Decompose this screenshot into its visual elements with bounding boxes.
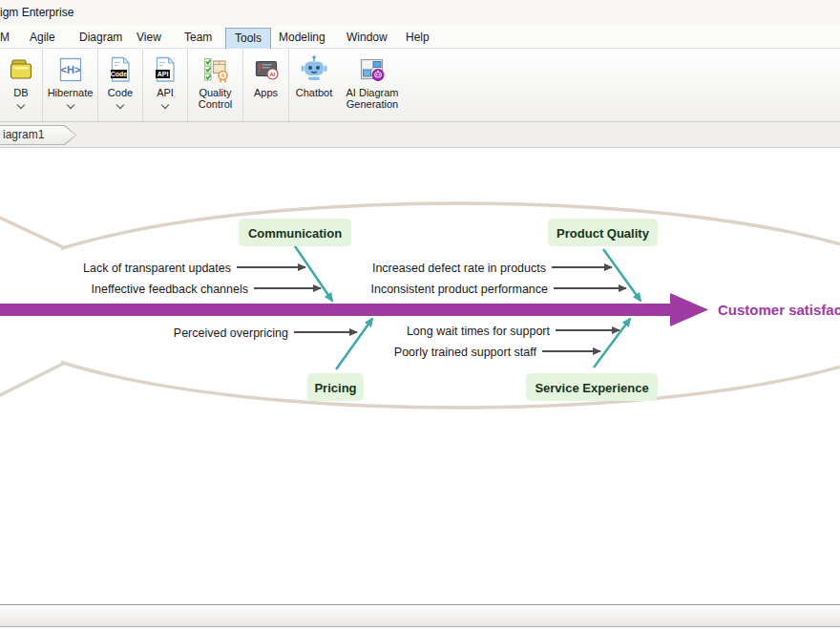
- menu-item-window[interactable]: Window: [338, 28, 396, 48]
- apps-icon: AI: [251, 54, 282, 85]
- toolbar-label: API: [157, 87, 174, 98]
- toolbar-label: DB: [13, 87, 28, 98]
- toolbar-label: Hibernate: [48, 87, 94, 98]
- svg-text:AI: AI: [269, 72, 275, 77]
- spine-arrowhead: [670, 293, 708, 326]
- window-title: igm Enterprise: [0, 6, 74, 19]
- category-label[interactable]: Service Experience: [535, 381, 648, 395]
- hibernate-icon: <H>: [55, 54, 86, 85]
- menu-item-modeling[interactable]: Modeling: [270, 28, 334, 48]
- cause-label[interactable]: Lack of transparent updates: [83, 262, 231, 275]
- cause-label[interactable]: Inconsistent product performance: [370, 283, 548, 296]
- toolbar-label: Chatbot: [296, 87, 333, 98]
- ai-diagram-generation-icon: [357, 54, 388, 85]
- bone[interactable]: [293, 243, 332, 301]
- diagram-canvas[interactable]: Customer satisfaction CommunicationLack …: [0, 148, 840, 604]
- cause-label[interactable]: Poorly trained support staff: [394, 346, 537, 359]
- toolbar: DB <H> Hibernate Code Code API: [0, 49, 840, 122]
- svg-text:<H>: <H>: [60, 64, 80, 75]
- chatbot-icon: [299, 54, 329, 85]
- spine[interactable]: [0, 304, 674, 316]
- database-icon: [6, 54, 36, 85]
- category-label[interactable]: Communication: [248, 226, 342, 241]
- toolbar-button-ai-diagram-generation[interactable]: AI Diagram Generation: [339, 49, 406, 121]
- bone[interactable]: [336, 319, 372, 369]
- menu-item-agile[interactable]: Agile: [21, 28, 64, 48]
- cause-label[interactable]: Long wait times for support: [407, 325, 551, 338]
- bone[interactable]: [603, 249, 640, 301]
- svg-text:Code: Code: [111, 71, 128, 77]
- toolbar-button-chatbot[interactable]: Chatbot: [289, 49, 339, 121]
- diagram-tab-bar: iagram1: [0, 122, 840, 148]
- menu-item-team[interactable]: Team: [176, 28, 220, 48]
- api-file-icon: API: [150, 54, 180, 85]
- toolbar-button-apps[interactable]: AI Apps: [243, 49, 289, 121]
- fishbone-diagram: Customer satisfaction CommunicationLack …: [0, 148, 840, 604]
- chevron-down-icon[interactable]: [66, 101, 74, 109]
- bone[interactable]: [594, 319, 630, 368]
- toolbar-button-db[interactable]: DB: [0, 49, 43, 121]
- chevron-down-icon[interactable]: [161, 101, 169, 109]
- toolbar-button-api[interactable]: API API: [143, 49, 188, 121]
- cause-label[interactable]: Perceived overpricing: [174, 326, 288, 340]
- code-file-icon: Code: [105, 54, 136, 85]
- menu-item-view[interactable]: View: [128, 28, 170, 48]
- effect-label[interactable]: Customer satisfaction: [718, 302, 840, 318]
- toolbar-label-line2: Generation: [346, 98, 398, 110]
- svg-text:API: API: [158, 71, 169, 77]
- status-bar: [0, 604, 840, 627]
- title-bar: igm Enterprise: [0, 0, 840, 25]
- toolbar-button-quality-control[interactable]: Quality Control: [188, 49, 243, 121]
- diagram-tab-label: iagram1: [0, 126, 75, 144]
- category-label[interactable]: Pricing: [314, 381, 356, 395]
- chevron-down-icon[interactable]: [116, 101, 124, 109]
- chevron-down-icon[interactable]: [17, 101, 25, 109]
- cause-label[interactable]: Increased defect rate in products: [372, 262, 546, 275]
- toolbar-button-hibernate[interactable]: <H> Hibernate: [43, 49, 98, 121]
- toolbar-label: Quality: [199, 87, 231, 98]
- menu-item-tools[interactable]: Tools: [225, 28, 271, 49]
- quality-control-icon: [200, 54, 231, 85]
- diagram-tab[interactable]: iagram1: [0, 125, 76, 145]
- menu-bar: M Agile Diagram View Team Tools Modeling…: [0, 25, 840, 49]
- menu-item-m[interactable]: M: [0, 28, 18, 48]
- cause-label[interactable]: Ineffective feedback channels: [92, 283, 248, 296]
- toolbar-button-code[interactable]: Code Code: [98, 49, 143, 121]
- category-label[interactable]: Product Quality: [556, 226, 650, 241]
- toolbar-label: Apps: [254, 87, 278, 98]
- menu-item-diagram[interactable]: Diagram: [71, 28, 131, 48]
- toolbar-label: Code: [108, 87, 133, 98]
- toolbar-label-line2: Control: [199, 98, 232, 110]
- toolbar-label: AI Diagram: [346, 87, 398, 98]
- menu-item-help[interactable]: Help: [397, 28, 438, 48]
